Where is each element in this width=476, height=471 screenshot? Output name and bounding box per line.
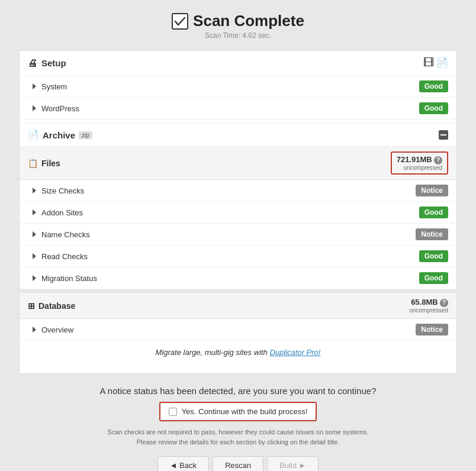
- database-size-value: 65.8MB: [411, 298, 438, 307]
- main-card: 🖨 Setup 🎞 📄 System Good WordPress Good 📄…: [19, 50, 457, 374]
- size-checks-badge: Notice: [416, 185, 448, 196]
- promo-row: Migrate large, multi-gig sites with Dupl…: [20, 341, 456, 364]
- name-checks-row[interactable]: Name Checks Notice: [20, 224, 456, 246]
- wordpress-arrow-icon: [33, 105, 36, 111]
- archive-collapse-icon[interactable]: [439, 130, 448, 140]
- files-size-box: 721.91MB ? uncompressed: [391, 151, 448, 175]
- build-button[interactable]: Build ►: [267, 456, 319, 471]
- files-label: 📋 Files: [28, 159, 60, 168]
- copy-icon: 📄: [436, 57, 448, 69]
- wordpress-row[interactable]: WordPress Good: [20, 98, 456, 120]
- system-label: System: [33, 82, 67, 91]
- addon-sites-row[interactable]: Addon Sites Good: [20, 202, 456, 224]
- read-checks-row[interactable]: Read Checks Good: [20, 246, 456, 267]
- rescan-button[interactable]: Rescan: [213, 456, 263, 471]
- migration-status-badge: Good: [419, 272, 448, 284]
- database-size-box: 65.8MB ? uncompressed: [395, 298, 448, 314]
- database-row: ⊞ Database 65.8MB ? uncompressed: [20, 289, 456, 319]
- notice-status-text: A notice status has been detected, are y…: [19, 386, 457, 396]
- database-label: ⊞ Database: [28, 301, 75, 311]
- size-checks-label: Size Checks: [33, 186, 84, 195]
- setup-icons: 🎞 📄: [423, 57, 448, 69]
- warning-text: Scan checks are not required to pass, ho…: [19, 427, 457, 447]
- size-checks-arrow-icon: [33, 188, 36, 193]
- files-size-label: uncompressed: [397, 164, 442, 171]
- system-row[interactable]: System Good: [20, 76, 456, 98]
- continue-checkbox[interactable]: [169, 408, 177, 416]
- archive-title: 📄 Archive zip: [28, 130, 92, 140]
- notice-area: A notice status has been detected, are y…: [19, 386, 457, 471]
- migration-status-arrow-icon: [33, 275, 36, 281]
- read-checks-label: Read Checks: [33, 252, 88, 261]
- database-size-label: uncompressed: [395, 307, 448, 314]
- scan-time: Scan Time: 4.62 sec.: [172, 31, 304, 40]
- database-help-icon[interactable]: ?: [440, 299, 448, 307]
- film-icon: 🎞: [423, 57, 434, 69]
- page-title: Scan Complete: [172, 12, 304, 30]
- name-checks-label: Name Checks: [33, 230, 90, 239]
- system-arrow-icon: [33, 83, 36, 89]
- files-size-value: 721.91MB: [397, 155, 432, 164]
- back-button[interactable]: ◄ Back: [157, 456, 209, 471]
- addon-sites-arrow-icon: [33, 209, 36, 215]
- setup-section-header: 🖨 Setup 🎞 📄: [20, 51, 456, 76]
- duplicator-pro-link[interactable]: Duplicator Pro!: [269, 348, 320, 357]
- wordpress-label: WordPress: [33, 104, 79, 113]
- setup-title: 🖨 Setup: [28, 58, 66, 69]
- name-checks-arrow-icon: [33, 231, 36, 237]
- read-checks-badge: Good: [419, 250, 448, 262]
- size-checks-row[interactable]: Size Checks Notice: [20, 180, 456, 202]
- files-row: 📋 Files 721.91MB ? uncompressed: [20, 147, 456, 180]
- read-checks-arrow-icon: [33, 253, 36, 259]
- scan-complete-icon: [172, 13, 188, 30]
- overview-row[interactable]: Overview Notice: [20, 319, 456, 341]
- name-checks-badge: Notice: [416, 228, 448, 240]
- page-header: Scan Complete Scan Time: 4.62 sec.: [172, 12, 304, 40]
- continue-label: Yes. Continue with the build process!: [182, 407, 308, 416]
- continue-box[interactable]: Yes. Continue with the build process!: [159, 402, 317, 421]
- migration-status-label: Migration Status: [33, 274, 97, 283]
- files-icon: 📋: [28, 159, 38, 168]
- system-badge: Good: [419, 80, 448, 92]
- addon-sites-badge: Good: [419, 207, 448, 218]
- overview-label: Overview: [33, 325, 73, 334]
- addon-sites-label: Addon Sites: [33, 208, 83, 217]
- database-icon: ⊞: [28, 301, 35, 311]
- wordpress-badge: Good: [419, 102, 448, 114]
- buttons-row: ◄ Back Rescan Build ►: [19, 456, 457, 471]
- archive-section-header: 📄 Archive zip: [20, 123, 456, 147]
- migration-status-row[interactable]: Migration Status Good: [20, 267, 456, 289]
- overview-badge: Notice: [416, 324, 448, 335]
- archive-zip-badge: zip: [79, 131, 92, 139]
- setup-icon: 🖨: [28, 58, 37, 69]
- archive-icon: 📄: [28, 130, 39, 140]
- files-help-icon[interactable]: ?: [434, 156, 442, 164]
- overview-arrow-icon: [33, 327, 36, 333]
